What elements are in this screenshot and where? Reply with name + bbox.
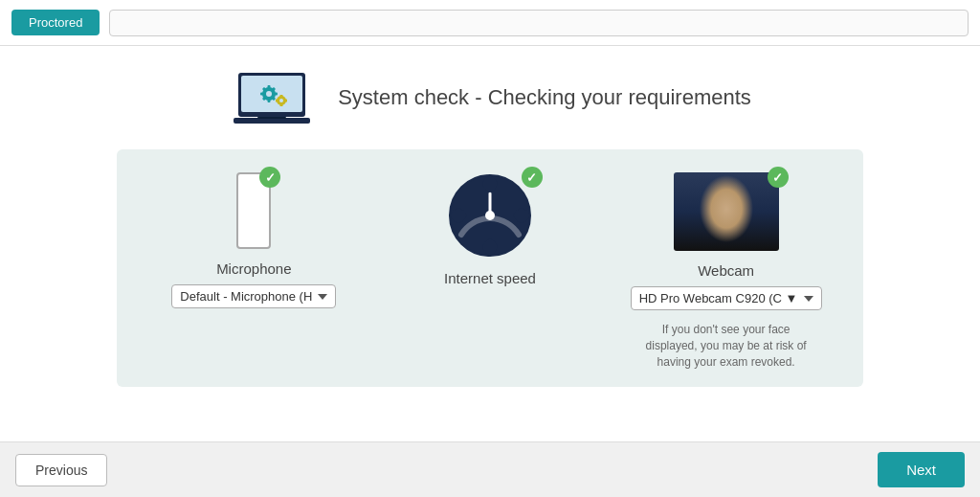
svg-point-25 [485,211,495,220]
internet-speed-label: Internet speed [444,270,536,286]
svg-rect-7 [268,99,271,102]
webcam-check-badge: ✓ [768,167,789,188]
microphone-label: Microphone [216,260,291,277]
microphone-icon-wrapper: ✓ [236,172,271,249]
svg-rect-16 [280,95,283,98]
webcam-preview [674,172,779,251]
page-title: System check - Checking your requirement… [338,85,751,110]
previous-button[interactable]: Previous [15,454,107,486]
bottom-bar: Previous Next [0,441,980,497]
microphone-check-badge: ✓ [259,167,280,188]
top-bar: Proctored [0,0,980,46]
svg-rect-8 [260,93,264,96]
header-area: System check - Checking your requirement… [229,63,751,132]
internet-speed-check-badge: ✓ [522,167,543,188]
webcam-check-item: ✓ Webcam HD Pro Webcam C920 (C ▼ If you … [631,172,822,370]
webcam-select[interactable]: HD Pro Webcam C920 (C ▼ [631,286,822,310]
svg-rect-3 [257,117,286,119]
next-button[interactable]: Next [878,452,965,487]
webcam-label: Webcam [698,262,754,279]
microphone-select[interactable]: Default - Microphone (H [171,284,336,308]
svg-point-15 [279,99,283,102]
svg-rect-6 [268,85,271,89]
check-panel: ✓ Microphone Default - Microphone (H [117,149,863,387]
webcam-person-silhouette [674,172,779,251]
webcam-icon-wrapper: ✓ [674,172,779,251]
top-bar-search[interactable] [109,10,969,36]
svg-rect-17 [280,103,283,106]
svg-rect-18 [276,100,278,102]
top-bar-button[interactable]: Proctored [11,10,100,35]
internet-speed-check-item: ✓ Internet speed [394,172,586,286]
webcam-note: If you don't see your face displayed, yo… [640,322,813,370]
microphone-check-item: ✓ Microphone Default - Microphone (H [158,172,349,308]
laptop-icon [229,63,315,132]
svg-point-5 [266,91,272,97]
speedometer-icon [447,172,533,259]
speedometer-icon-wrapper: ✓ [447,172,533,259]
svg-rect-9 [274,93,278,96]
svg-rect-19 [284,100,287,102]
main-content: System check - Checking your requirement… [0,46,980,441]
